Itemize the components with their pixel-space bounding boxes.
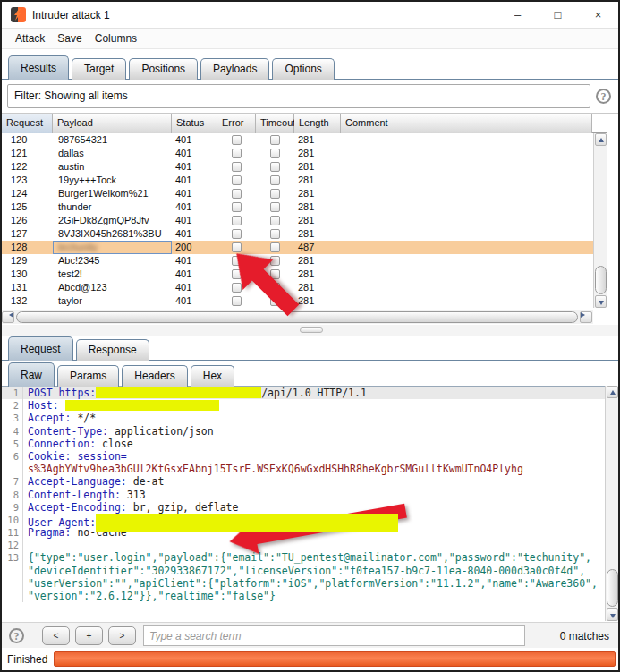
search-highlight-button[interactable]: + <box>75 626 103 645</box>
tab-request[interactable]: Request <box>8 336 73 361</box>
tab-payloads[interactable]: Payloads <box>200 58 269 80</box>
error-checkbox[interactable] <box>232 175 242 185</box>
tab-response[interactable]: Response <box>76 339 149 361</box>
minimize-button[interactable]: – <box>497 2 538 29</box>
yellow-redaction-block <box>96 514 398 532</box>
error-checkbox[interactable] <box>232 296 242 306</box>
timeout-checkbox[interactable] <box>270 256 280 266</box>
cell-request: 125 <box>2 200 53 214</box>
cell-status: 401 <box>172 174 217 187</box>
timeout-checkbox[interactable] <box>270 175 280 185</box>
cell-error <box>217 281 256 294</box>
timeout-checkbox[interactable] <box>270 269 280 279</box>
error-checkbox[interactable] <box>232 135 242 145</box>
menu-item-columns[interactable]: Columns <box>89 30 143 47</box>
error-checkbox[interactable] <box>232 269 242 279</box>
editor-line: 4Content-Type: application/json <box>2 425 618 438</box>
error-checkbox[interactable] <box>232 283 242 293</box>
request-editor[interactable]: 1POST https:/api/1.0 HTTP/1.12Host: 3Acc… <box>2 386 618 621</box>
table-row[interactable]: 1262GiFDk8ZgmQP8Jfv401281 <box>2 214 593 227</box>
error-checkbox[interactable] <box>232 242 242 252</box>
table-row[interactable]: 122austin401281 <box>2 160 593 174</box>
column-header-comment[interactable]: Comment <box>341 114 592 133</box>
search-prev-button[interactable]: < <box>42 626 70 645</box>
error-checkbox[interactable] <box>232 189 242 199</box>
menu-item-attack[interactable]: Attack <box>9 30 51 47</box>
error-checkbox[interactable] <box>232 256 242 266</box>
table-horizontal-scrollbar[interactable] <box>2 310 593 324</box>
table-row[interactable]: 132taylor401281 <box>2 294 593 308</box>
cell-length: 281 <box>294 174 341 187</box>
timeout-checkbox[interactable] <box>270 242 280 252</box>
splitter-grip-icon[interactable] <box>300 327 323 333</box>
table-row[interactable]: 130test2!401281 <box>2 268 593 281</box>
search-help-icon[interactable]: ? <box>9 628 24 643</box>
filter-help-icon[interactable]: ? <box>596 89 611 104</box>
error-checkbox[interactable] <box>232 202 242 212</box>
scroll-left-button[interactable] <box>2 311 14 323</box>
line-number: 6 <box>2 450 23 463</box>
timeout-checkbox[interactable] <box>270 135 280 145</box>
editor-vertical-scrollbar[interactable] <box>605 386 618 621</box>
timeout-checkbox[interactable] <box>270 229 280 239</box>
scroll-right-button[interactable] <box>580 311 592 323</box>
timeout-checkbox[interactable] <box>270 283 280 293</box>
scroll-down-button[interactable] <box>595 295 607 308</box>
error-checkbox[interactable] <box>232 149 242 158</box>
intruder-attack-window: Intruder attack 1 – □ × AttackSaveColumn… <box>0 0 620 672</box>
timeout-checkbox[interactable] <box>270 189 280 199</box>
search-next-button[interactable]: > <box>108 626 136 645</box>
scrollbar-thumb[interactable] <box>595 266 607 294</box>
tab-options[interactable]: Options <box>272 58 334 80</box>
menu-bar: AttackSaveColumns <box>2 29 618 49</box>
column-header-timeout[interactable]: Timeout <box>256 114 294 133</box>
column-header-length[interactable]: Length <box>294 114 341 133</box>
timeout-checkbox[interactable] <box>270 202 280 212</box>
table-row[interactable]: 12319yy+++Tock401281 <box>2 174 593 187</box>
tab-hex[interactable]: Hex <box>191 365 234 387</box>
error-checkbox[interactable] <box>232 162 242 172</box>
tab-raw[interactable]: Raw <box>8 362 55 387</box>
close-button[interactable]: × <box>578 2 618 29</box>
scrollbar-thumb[interactable] <box>607 569 618 607</box>
error-checkbox[interactable] <box>232 216 242 225</box>
table-row[interactable]: 131Abcd@123401281 <box>2 281 593 294</box>
column-header-status[interactable]: Status <box>172 114 217 133</box>
scroll-up-button[interactable] <box>607 386 618 398</box>
tab-target[interactable]: Target <box>72 58 126 80</box>
line-content: Connection: close <box>23 438 133 450</box>
table-row[interactable]: 125thunder401281 <box>2 200 593 214</box>
timeout-checkbox[interactable] <box>270 216 280 225</box>
table-row[interactable]: 124Burger1Welkom%21401281 <box>2 187 593 200</box>
scroll-up-button[interactable] <box>595 133 607 146</box>
timeout-checkbox[interactable] <box>270 162 280 172</box>
menu-item-save[interactable]: Save <box>51 30 88 47</box>
table-row[interactable]: 1278VJ3IX045h2681%3BU401281 <box>2 227 593 241</box>
match-count: 0 matches <box>560 630 609 642</box>
tab-params[interactable]: Params <box>57 365 119 387</box>
filter-bar[interactable]: Filter: Showing all items <box>7 84 590 108</box>
timeout-checkbox[interactable] <box>270 149 280 158</box>
table-vertical-scrollbar[interactable] <box>593 133 607 308</box>
column-header-error[interactable]: Error <box>217 114 256 133</box>
search-bar: ? <+> 0 matches <box>2 622 618 648</box>
maximize-button[interactable]: □ <box>538 2 578 29</box>
scrollbar-thumb[interactable] <box>16 311 578 323</box>
search-input[interactable] <box>143 625 525 646</box>
table-row[interactable]: 121dallas401281 <box>2 147 593 160</box>
table-row[interactable]: 120987654321401281 <box>2 133 593 147</box>
table-row[interactable]: 128techunity200487 <box>2 241 593 254</box>
tab-positions[interactable]: Positions <box>129 58 198 80</box>
column-header-request[interactable]: Request▲ <box>2 114 53 133</box>
split-pane-divider[interactable] <box>2 325 618 336</box>
column-header-payload[interactable]: Payload <box>53 114 172 133</box>
tab-headers[interactable]: Headers <box>122 365 187 387</box>
scroll-down-button[interactable] <box>607 608 618 621</box>
error-checkbox[interactable] <box>232 229 242 239</box>
cell-request: 131 <box>2 281 53 294</box>
cell-status: 401 <box>172 187 217 200</box>
table-row[interactable]: 129Abc!2345401281 <box>2 254 593 268</box>
tab-results[interactable]: Results <box>8 55 69 80</box>
cell-request: 122 <box>2 160 53 174</box>
timeout-checkbox[interactable] <box>270 296 280 306</box>
